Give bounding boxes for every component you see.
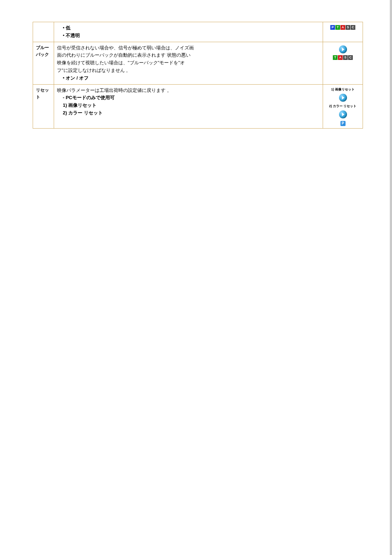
row2-icon-stack: 1) 画像リセット 2) カラー リセット P [326,87,360,126]
letter-c-icon: C [351,25,355,30]
row1-icon-stack: T A S C [326,44,360,60]
row1-label-cell: ブルー バック [33,42,54,84]
bullet-item: • 不透明 [63,32,320,40]
letter-a-icon: A [338,55,343,60]
letter-p-icon: P [330,25,335,30]
letter-s-icon: S [346,25,350,30]
row1-desc-line: フ"に設定しなければなりません 。 [57,67,320,74]
table-row: リセット 映像パラメーターは工場出荷時の設定値に戻ります 。 - PCモードのみ… [33,84,363,129]
bullet-low: 低 [66,25,70,31]
p-badge-icon: P [340,121,346,126]
letter-c-icon: C [348,55,353,60]
vertical-scrollbar[interactable] [390,0,392,555]
bullet-item: • 低 [63,24,320,32]
row2-desc-cell: 映像パラメーターは工場出荷時の設定値に戻ります 。 - PCモードのみで使用可 … [54,84,323,129]
row1-icon-cell: T A S C [323,42,363,84]
row2-desc: 映像パラメーターは工場出荷時の設定値に戻ります 。 [57,87,320,94]
row1-desc-line: 映像を続けて視聴したい場合は、"ブルーバック"モードを"オ [57,59,320,67]
row1-desc-line: 信号が受信されない場合や、信号が極めて弱い場合は、ノイズ画 [57,44,320,52]
row2-icon-cell: 1) 画像リセット 2) カラー リセット P [323,84,363,129]
row2-sub2: 1) 画像リセット [57,102,320,109]
letter-t-icon: T [333,55,338,60]
row1-bullet: • オン / オフ [57,74,320,82]
row2-sub1: - PCモードのみで使用可 [57,94,320,102]
row0-desc-cell: • 低 • 不透明 [54,22,323,42]
bullet-on-off: オン / オフ [66,75,89,81]
row0-icon-cell: P T A S C [323,22,363,42]
row2-label: リセット [36,88,49,100]
row1-desc-cell: 信号が受信されない場合や、信号が極めて弱い場合は、ノイズ画 面の代わりにブルーバ… [54,42,323,84]
row1-label-2: バック [36,52,49,57]
row1-label-1: ブルー [36,45,49,50]
play-icon [339,45,347,53]
letter-a-icon: A [340,25,345,30]
play-icon [339,110,347,118]
caption-image-reset: 1) 画像リセット [331,87,355,92]
ptasc-icon: P T A S C [330,25,355,30]
row1-desc-line: 面の代わりにブルーバックが自動的に表示されます 状態の悪い [57,52,320,59]
row0-label-cell [33,22,54,42]
tasc-icon: T A S C [333,55,353,60]
table-row: • 低 • 不透明 P T A S C [33,22,363,42]
page-container: • 低 • 不透明 P T A S C ブルー バック 信号が [0,0,392,150]
play-icon [339,94,347,102]
row0-bullets: • 低 • 不透明 [57,24,320,40]
row2-label-cell: リセット [33,84,54,129]
bullet-opaque: 不透明 [66,33,80,38]
letter-s-icon: S [343,55,348,60]
row2-sub3: 2) カラー リセット [57,109,320,117]
caption-color-reset: 2) カラー リセット [329,104,356,109]
manual-table: • 低 • 不透明 P T A S C ブルー バック 信号が [33,22,363,129]
letter-t-icon: T [335,25,340,30]
table-row: ブルー バック 信号が受信されない場合や、信号が極めて弱い場合は、ノイズ画 面の… [33,42,363,84]
